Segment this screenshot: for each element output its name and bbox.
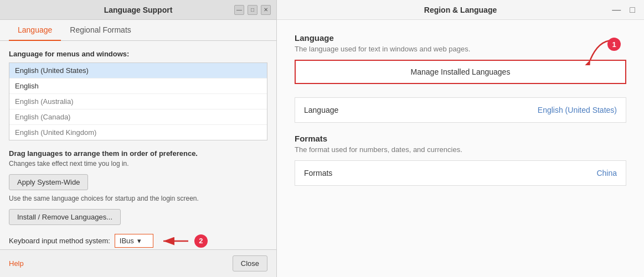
region-language-window: Region & Language — □ Language The langu… bbox=[277, 0, 644, 277]
dropdown-icon: ▾ bbox=[137, 237, 141, 245]
list-item[interactable]: English (United Kingdom) bbox=[9, 125, 267, 140]
annotation-2-group: 2 bbox=[158, 234, 208, 248]
close-window-button[interactable]: ✕ bbox=[261, 5, 271, 15]
formats-setting-row: Formats China bbox=[295, 160, 626, 186]
list-item[interactable]: English (United States) bbox=[9, 63, 267, 79]
language-section-desc: The language used for text in windows an… bbox=[295, 45, 626, 53]
install-remove-button[interactable]: Install / Remove Languages... bbox=[9, 209, 121, 225]
close-button[interactable]: Close bbox=[233, 255, 267, 271]
formats-section-desc: The format used for numbers, dates, and … bbox=[295, 145, 626, 154]
language-row-label: Language bbox=[304, 106, 338, 114]
language-setting-row: Language English (United States) bbox=[295, 97, 626, 123]
drag-hint: Changes take effect next time you log in… bbox=[9, 160, 267, 168]
formats-row-label: Formats bbox=[304, 169, 332, 177]
language-support-window: Language Support — □ ✕ Language Regional… bbox=[0, 0, 277, 277]
list-item[interactable]: English (Canada) bbox=[9, 109, 267, 125]
tab-language[interactable]: Language bbox=[9, 20, 61, 41]
left-window-controls: — □ ✕ bbox=[234, 5, 271, 15]
language-section-title: Language bbox=[295, 33, 626, 43]
annotation-badge-2: 2 bbox=[194, 234, 208, 248]
ibus-dropdown[interactable]: IBus ▾ bbox=[115, 234, 153, 248]
ibus-value: IBus bbox=[120, 237, 134, 245]
left-window-title: Language Support bbox=[104, 6, 173, 14]
formats-section-title: Formats bbox=[295, 134, 626, 143]
language-list: English (United States) English English … bbox=[9, 62, 267, 140]
annotation-1-group: 1 bbox=[582, 38, 621, 65]
manage-installed-languages-button[interactable]: Manage Installed Languages bbox=[296, 61, 625, 83]
right-content-area: Language The language used for text in w… bbox=[277, 20, 644, 277]
keyboard-input-label: Keyboard input method system: bbox=[9, 237, 110, 245]
language-row-value: English (United States) bbox=[538, 106, 617, 114]
language-section-label: Language for menus and windows: bbox=[9, 50, 267, 58]
apply-system-wide-button[interactable]: Apply System-Wide bbox=[9, 174, 88, 190]
tab-bar: Language Regional Formats bbox=[0, 20, 276, 41]
manage-installed-languages-container: Manage Installed Languages bbox=[295, 60, 626, 84]
right-maximize-button[interactable]: □ bbox=[630, 6, 635, 14]
apply-hint: Use the same language choices for startu… bbox=[9, 195, 267, 202]
left-content-area: Language for menus and windows: English … bbox=[0, 41, 276, 249]
maximize-button[interactable]: □ bbox=[248, 5, 257, 15]
right-window-title: Region & Language bbox=[424, 6, 497, 14]
right-window-controls: — □ bbox=[612, 6, 635, 14]
left-titlebar: Language Support — □ ✕ bbox=[0, 0, 276, 20]
minimize-button[interactable]: — bbox=[234, 5, 244, 15]
formats-row-value: China bbox=[596, 169, 617, 177]
annotation-badge-1: 1 bbox=[607, 38, 621, 51]
right-titlebar: Region & Language — □ bbox=[277, 0, 644, 20]
arrow-2-svg bbox=[158, 234, 191, 248]
tab-regional-formats[interactable]: Regional Formats bbox=[61, 20, 140, 41]
list-item[interactable]: English bbox=[9, 79, 267, 94]
right-minimize-button[interactable]: — bbox=[612, 6, 621, 14]
drag-hint-bold: Drag languages to arrange them in order … bbox=[9, 149, 267, 158]
list-item[interactable]: English (Australia) bbox=[9, 94, 267, 109]
help-link[interactable]: Help bbox=[9, 259, 24, 268]
left-bottom-bar: Help Close bbox=[0, 249, 276, 277]
